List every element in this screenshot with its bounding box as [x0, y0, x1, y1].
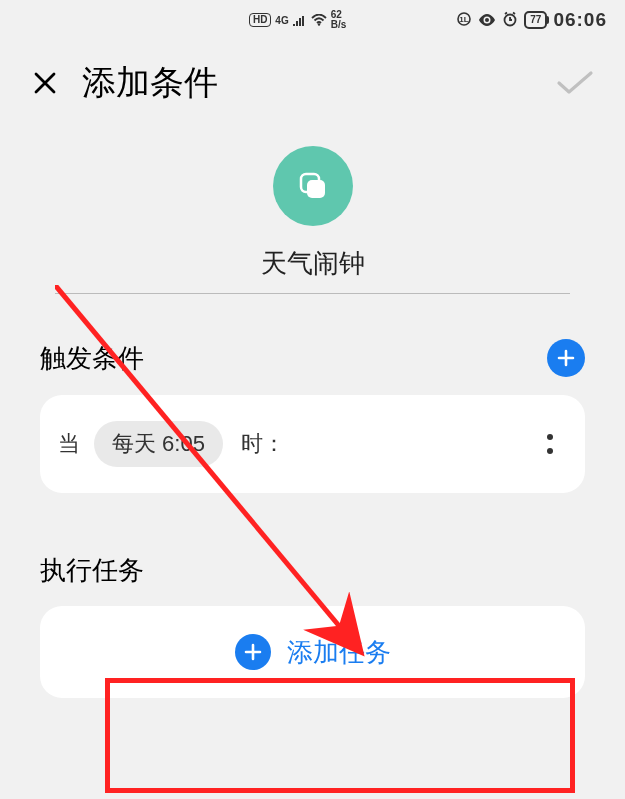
trigger-card[interactable]: 当 每天 6:05 时： [40, 395, 585, 493]
clock-time: 06:06 [553, 9, 607, 31]
hd-icon: HD [249, 13, 271, 27]
page-header: 添加条件 [0, 40, 625, 116]
trigger-after-label: 时： [241, 429, 285, 459]
alarm-icon [502, 11, 518, 30]
net-4g-icon: 4G [275, 15, 288, 26]
trigger-title: 触发条件 [40, 341, 144, 376]
plus-icon [235, 634, 271, 670]
trigger-section: 触发条件 当 每天 6:05 时： [40, 339, 585, 493]
status-bar: HD 4G 62B/s 1L 77 06:06 [0, 0, 625, 40]
trigger-when-label: 当 [58, 429, 80, 459]
add-task-button[interactable]: 添加任务 [40, 606, 585, 698]
location-icon: 1L [456, 11, 472, 30]
add-task-label: 添加任务 [287, 635, 391, 670]
close-button[interactable] [30, 68, 60, 98]
status-left: HD 4G 62B/s [249, 10, 346, 30]
net-speed: 62B/s [331, 10, 347, 30]
signal-icon [293, 12, 307, 29]
task-name-input[interactable]: 天气闹钟 [55, 246, 570, 294]
task-icon-block [0, 146, 625, 226]
more-icon[interactable] [547, 434, 559, 454]
svg-text:1L: 1L [460, 15, 469, 24]
exec-title: 执行任务 [40, 553, 144, 588]
status-right: 1L 77 06:06 [456, 9, 607, 31]
task-type-icon[interactable] [273, 146, 353, 226]
trigger-time-chip[interactable]: 每天 6:05 [94, 421, 223, 467]
wifi-icon [311, 12, 327, 29]
confirm-button[interactable] [555, 68, 595, 98]
svg-point-0 [318, 23, 320, 25]
eye-icon [478, 12, 496, 29]
exec-section: 执行任务 [40, 553, 585, 588]
svg-point-3 [485, 18, 489, 22]
page-title: 添加条件 [82, 60, 218, 106]
add-trigger-button[interactable] [547, 339, 585, 377]
svg-rect-6 [307, 180, 325, 198]
battery-icon: 77 [524, 11, 547, 29]
